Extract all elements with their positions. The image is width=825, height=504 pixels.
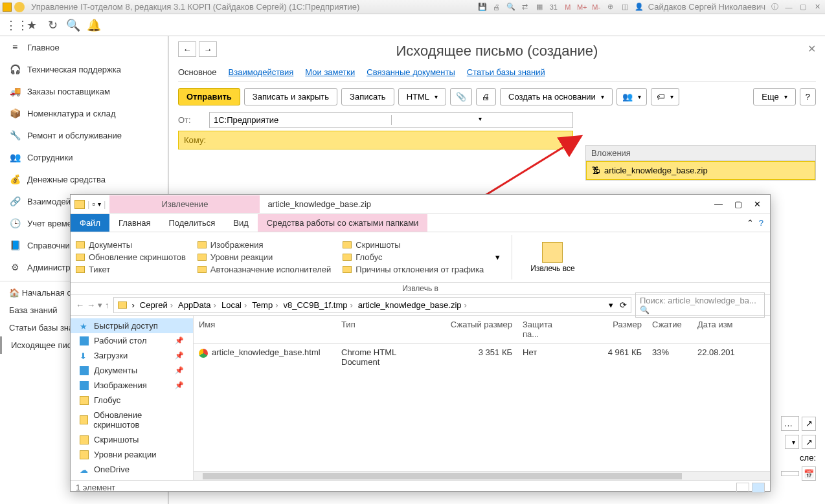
- attach-button[interactable]: 📎: [450, 88, 472, 105]
- qa-customize-icon[interactable]: ▫: [92, 199, 95, 209]
- list-header[interactable]: Имя Тип Сжатый размер Защита па... Разме…: [194, 316, 770, 344]
- forward-button[interactable]: →: [199, 41, 217, 57]
- bell-icon[interactable]: 🔔: [87, 18, 101, 32]
- nav-item-staff[interactable]: 👥Сотрудники: [0, 146, 168, 168]
- tab-home[interactable]: Главная: [109, 214, 159, 232]
- rib-more-icon[interactable]: ▾: [495, 252, 500, 262]
- nav-item-support[interactable]: 🎧Техническая поддержка: [0, 58, 168, 80]
- nav-item-repair[interactable]: 🔧Ремонт и обслуживание: [0, 124, 168, 146]
- print-icon[interactable]: 🖨: [492, 2, 502, 12]
- to-row[interactable]: Кому:: [178, 131, 573, 149]
- tab-linked[interactable]: Связанные документы: [367, 67, 455, 77]
- rib-screenshots[interactable]: Скриншоты: [343, 239, 484, 250]
- side-screenshots[interactable]: Скриншоты: [71, 432, 193, 447]
- refresh-icon[interactable]: ⟳: [620, 300, 627, 310]
- qa-dropdown-icon[interactable]: ▾: [98, 201, 101, 208]
- minimize-icon[interactable]: —: [784, 2, 794, 12]
- tab-notes[interactable]: Мои заметки: [305, 67, 355, 77]
- search-icon[interactable]: 🔍: [66, 18, 80, 32]
- nav-recent-icon[interactable]: ▾: [98, 300, 102, 310]
- tab-main[interactable]: Основное: [178, 67, 217, 77]
- from-input[interactable]: 1С:Предприятие ▾: [209, 112, 573, 128]
- file-row[interactable]: article_knowledge_base.html Chrome HTML …: [194, 344, 770, 371]
- crumb[interactable]: AppData: [178, 300, 219, 310]
- html-button[interactable]: HTML: [398, 88, 446, 105]
- view-details-icon[interactable]: [736, 483, 749, 493]
- close-page-icon[interactable]: ✕: [808, 43, 816, 55]
- nav-up-icon[interactable]: ↑: [105, 300, 109, 310]
- nav-item-stock[interactable]: 📦Номенклатура и склад: [0, 102, 168, 124]
- open-icon[interactable]: ↗: [802, 417, 816, 431]
- extract-all-button[interactable]: Извлечь все: [524, 235, 581, 279]
- tab-interactions[interactable]: Взаимодействия: [229, 67, 294, 77]
- rib-images[interactable]: Изображения: [198, 239, 331, 250]
- tab-compressed-tools[interactable]: Средства работы со сжатыми папками: [258, 214, 428, 232]
- crumb[interactable]: article_knowledge_base.zip: [358, 300, 469, 310]
- calendar-icon[interactable]: 📅: [802, 466, 816, 481]
- close-icon[interactable]: ✕: [754, 199, 761, 209]
- back-button[interactable]: ←: [178, 41, 196, 57]
- crumb[interactable]: Temp: [252, 300, 280, 310]
- panel-icon[interactable]: ◫: [620, 2, 630, 12]
- tab-share[interactable]: Поделиться: [159, 214, 224, 232]
- crumb[interactable]: Local: [221, 300, 249, 310]
- create-based-button[interactable]: Создать на основании: [500, 88, 613, 105]
- side-onedrive[interactable]: ☁OneDrive: [71, 462, 193, 477]
- more-button[interactable]: Еще: [753, 88, 795, 105]
- zoom-icon[interactable]: ⊕: [605, 2, 616, 12]
- apps-icon[interactable]: ⋮⋮⋮: [4, 18, 18, 32]
- info-icon[interactable]: ⓘ: [769, 2, 780, 12]
- user-icon[interactable]: 👤: [634, 2, 644, 12]
- nav-item-main[interactable]: ≡Главное: [0, 36, 168, 58]
- star-icon[interactable]: ★: [25, 18, 39, 32]
- nav-back-icon[interactable]: ←: [76, 300, 84, 310]
- rib-ticket[interactable]: Тикет: [76, 264, 186, 275]
- side-desktop[interactable]: Рабочий стол📌: [71, 333, 193, 348]
- memory-m[interactable]: M: [563, 2, 573, 12]
- nav-forward-icon[interactable]: →: [87, 300, 95, 310]
- memory-mplus[interactable]: M+: [577, 2, 587, 12]
- stub-field[interactable]: [781, 471, 799, 476]
- side-downloads[interactable]: ⬇Загрузки📌: [71, 348, 193, 363]
- collapse-ribbon-icon[interactable]: ⌃: [747, 218, 754, 228]
- save-button[interactable]: Записать: [341, 88, 394, 105]
- stub-dropdown[interactable]: [785, 435, 799, 449]
- dropdown-icon[interactable]: [14, 2, 25, 12]
- history-icon[interactable]: ↻: [45, 18, 60, 32]
- search-input[interactable]: Поиск: article_knowledge_ba... 🔍: [635, 292, 765, 318]
- compare-icon[interactable]: ⇄: [520, 2, 530, 12]
- side-quick-access[interactable]: ★Быстрый доступ: [71, 318, 193, 333]
- nav-item-orders[interactable]: 🚚Заказы поставщикам: [0, 80, 168, 102]
- open-icon[interactable]: ↗: [802, 435, 816, 449]
- save-icon[interactable]: 💾: [477, 2, 488, 12]
- view-list-icon[interactable]: [752, 483, 765, 493]
- rib-deviation[interactable]: Причины отклонения от графика: [343, 264, 484, 275]
- stub-field[interactable]: …: [781, 416, 799, 431]
- side-screenshot-update[interactable]: Обновление скриншотов: [71, 408, 193, 432]
- side-images[interactable]: Изображения📌: [71, 378, 193, 393]
- maximize-icon[interactable]: ▢: [798, 2, 808, 12]
- users-button[interactable]: 👥: [616, 88, 647, 105]
- memory-mminus[interactable]: M-: [591, 2, 602, 12]
- horizontal-scrollbar[interactable]: [194, 471, 770, 480]
- side-globe[interactable]: Глобус: [71, 393, 193, 408]
- help-icon[interactable]: ?: [759, 218, 763, 228]
- crumb[interactable]: v8_CC9B_1f.tmp: [283, 300, 355, 310]
- help-button[interactable]: ?: [800, 88, 816, 105]
- tag-button[interactable]: 🏷: [651, 88, 679, 105]
- tab-file[interactable]: Файл: [71, 214, 109, 232]
- nav-item-money[interactable]: 💰Денежные средства: [0, 168, 168, 190]
- rib-reaction-levels[interactable]: Уровни реакции: [198, 252, 331, 263]
- print-button[interactable]: 🖨: [476, 88, 496, 105]
- tab-view[interactable]: Вид: [224, 214, 258, 232]
- maximize-icon[interactable]: ▢: [734, 199, 742, 209]
- save-close-button[interactable]: Записать и закрыть: [244, 88, 337, 105]
- breadcrumb-path[interactable]: › Сергей AppData Local Temp v8_CC9B_1f.t…: [113, 297, 632, 313]
- rib-documents[interactable]: Документы: [76, 239, 186, 250]
- preview-icon[interactable]: 🔍: [506, 2, 516, 12]
- rib-globe[interactable]: Глобус: [343, 252, 484, 263]
- rib-auto-assign[interactable]: Автоназначение исполнителей: [198, 264, 331, 275]
- calc-icon[interactable]: ▦: [534, 2, 545, 12]
- send-button[interactable]: Отправить: [178, 88, 240, 105]
- rib-screenshots-update[interactable]: Обновление скриншотов: [76, 252, 186, 263]
